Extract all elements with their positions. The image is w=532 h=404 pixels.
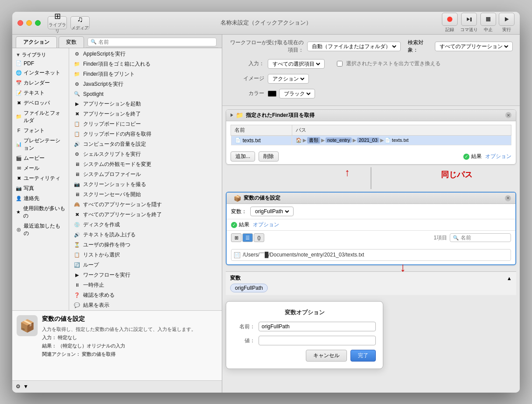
add-button[interactable]: 追加... xyxy=(231,151,255,162)
action-screensaver[interactable]: 🖥スクリーンセーバを開始 xyxy=(69,190,222,200)
var-label: 変数： xyxy=(231,208,247,215)
item-count: 1項目 xyxy=(434,234,447,242)
step-button[interactable] xyxy=(461,13,477,26)
gear-icon[interactable]: ⚙ xyxy=(16,383,21,390)
action-loop[interactable]: 🔄ループ xyxy=(69,260,222,270)
action-quit-all[interactable]: ✖すべてのアプリケーションを終了 xyxy=(69,210,222,220)
maximize-button[interactable] xyxy=(35,20,41,26)
sidebar-item-utility[interactable]: ✖ユーティリティ xyxy=(12,173,69,183)
action-sys-profile[interactable]: 🖥システムプロファイール xyxy=(69,169,222,179)
action-screenshot[interactable]: 📷スクリーンショットを撮る xyxy=(69,179,222,190)
svg-text:📦: 📦 xyxy=(20,319,35,333)
var-options-value-input[interactable] xyxy=(259,336,376,345)
input-dropdown[interactable]: すべての選択項目 xyxy=(271,60,322,67)
var-search-input[interactable] xyxy=(461,235,508,241)
options-label[interactable]: オプション xyxy=(485,153,511,160)
cancel-button[interactable]: キャンセル xyxy=(306,350,347,362)
action-trash[interactable]: 📁Finder項目をゴミ箱に入れる xyxy=(69,59,222,69)
grid-view-btn[interactable]: ⊞ xyxy=(231,233,242,242)
input-select[interactable]: すべての選択項目 xyxy=(268,59,325,69)
action-wait[interactable]: ⏳ユーザの操作を待つ xyxy=(69,240,222,250)
action-applescript[interactable]: ⚙AppleScriptを実行 xyxy=(69,49,222,59)
action-run-wf[interactable]: ▶ワークフローを実行 xyxy=(69,270,222,280)
action-shell[interactable]: ⚙シェルスクリプトを実行 xyxy=(69,149,222,159)
search-target-label: 検索対象： xyxy=(408,39,430,54)
sidebar-item-dev[interactable]: ✖デベロッパ xyxy=(12,98,69,108)
action-create-disk[interactable]: 💿ディスクを作成 xyxy=(69,220,222,230)
tab-variables[interactable]: 変数 xyxy=(59,36,84,48)
sidebar-item-calendar[interactable]: 📅カレンダー xyxy=(12,78,69,88)
delete-button[interactable]: 削除 xyxy=(259,151,279,162)
var-options-value-row: 値： xyxy=(233,336,376,345)
done-button[interactable]: 完了 xyxy=(350,350,376,362)
sidebar-item-photos[interactable]: 📷写真 xyxy=(12,183,69,193)
finder-block-close[interactable]: ✕ xyxy=(505,112,511,118)
var-row: 変数： origFullPath xyxy=(227,204,515,219)
action-appearance[interactable]: 🖥システムの外観モードを変更 xyxy=(69,159,222,169)
sidebar-item-recent[interactable]: ◎最近追加したもの xyxy=(12,221,69,239)
action-confirm[interactable]: ❓確認を求める xyxy=(69,290,222,300)
action-show-result[interactable]: 💬結果を表示 xyxy=(69,300,222,310)
image-select[interactable]: アクション xyxy=(268,74,309,84)
collapse-icon[interactable] xyxy=(231,113,233,117)
record-dot xyxy=(447,17,452,22)
close-button[interactable] xyxy=(18,20,23,26)
receives-select[interactable]: 自動（ファイルまたはフォルダ） xyxy=(307,42,401,51)
receives-dropdown[interactable]: 自動（ファイルまたはフォルダ） xyxy=(310,43,398,50)
search-target-select[interactable]: すべてのアプリケーション xyxy=(435,42,513,51)
action-launch-app[interactable]: ▶アプリケーションを起動 xyxy=(69,99,222,109)
action-print[interactable]: 📁Finder項目をプリント xyxy=(69,69,222,79)
tab-action[interactable]: アクション xyxy=(16,36,57,48)
search-input[interactable] xyxy=(98,39,214,45)
var-options-name-input[interactable] xyxy=(259,322,376,331)
code-view-btn[interactable]: {} xyxy=(254,233,264,242)
gear-bar: ⚙ ▼ xyxy=(12,380,222,393)
run-button[interactable] xyxy=(499,13,514,26)
media-button[interactable]: ♫ メディア xyxy=(70,16,90,29)
var-item[interactable]: 📄 /Users/￣█/Documents/note_entry/2021_03… xyxy=(231,249,511,261)
action-spotlight[interactable]: 🔍Spotlight xyxy=(69,89,222,99)
options-label-2[interactable]: オプション xyxy=(253,221,279,228)
minimize-button[interactable] xyxy=(26,20,32,26)
action-pause[interactable]: ⏸一時停止 xyxy=(69,280,222,290)
action-set-volume[interactable]: 🔊コンピュータの音量を設定 xyxy=(69,139,222,149)
var-block-close[interactable]: ✕ xyxy=(505,195,511,201)
action-get-clipboard[interactable]: 📋クリップボードの内容を取得 xyxy=(69,129,222,139)
action-hide-all[interactable]: 🙈すべてのアプリケーションを隠す xyxy=(69,200,222,210)
var-tag[interactable]: origFullPath xyxy=(230,284,268,292)
stop-button[interactable] xyxy=(480,13,496,26)
table-row[interactable]: 📄 texts.txt 🏠 ▶ 書類 ▶ xyxy=(231,135,511,145)
action-choose-list[interactable]: 📋リストから選択 xyxy=(69,250,222,260)
sidebar-item-text[interactable]: 📝テキスト xyxy=(12,88,69,98)
action-quit-app[interactable]: ✖アプリケーションを終了 xyxy=(69,109,222,119)
color-dropdown[interactable]: ブラック xyxy=(282,90,312,97)
search-target-dropdown[interactable]: すべてのアプリケーション xyxy=(438,43,510,50)
var-dropdown[interactable]: origFullPath xyxy=(253,208,290,215)
record-button[interactable] xyxy=(442,13,458,26)
chevron-down-icon[interactable]: ▼ xyxy=(23,383,28,390)
library-button[interactable]: ⊞ ライブラリ xyxy=(48,16,67,29)
sidebar-item-presentation[interactable]: 📊プレゼンテーション xyxy=(12,136,69,153)
result-label: 結果 xyxy=(471,153,482,160)
replace-text-checkbox[interactable] xyxy=(337,61,343,67)
vars-chevron[interactable]: ▲ xyxy=(507,275,512,281)
sidebar-item-contacts[interactable]: 👤連絡先 xyxy=(12,193,69,204)
action-javascript[interactable]: ⚙JavaScriptを実行 xyxy=(69,79,222,89)
sidebar-item-fonts[interactable]: Fフォント xyxy=(12,126,69,136)
sidebar-item-files[interactable]: 📁ファイルとフォルダ xyxy=(12,108,69,126)
action-speech[interactable]: 🔊テキストを読み上げる xyxy=(69,230,222,240)
color-select[interactable]: ブラック xyxy=(279,89,315,98)
sidebar-group-library: ▼ ライブラリ xyxy=(12,50,69,59)
sidebar-item-pdf[interactable]: 📄PDF xyxy=(12,59,69,68)
sidebar-item-internet[interactable]: 🌐インターネット xyxy=(12,68,69,78)
list-view-btn[interactable]: ☰ xyxy=(242,233,253,242)
sidebar-item-movie[interactable]: 🎬ムービー xyxy=(12,153,69,163)
sidebar-item-frequent[interactable]: ★使用回数が多いもの xyxy=(12,204,69,221)
var-items: 📄 /Users/￣█/Documents/note_entry/2021_03… xyxy=(227,245,515,264)
stop-label: 中止 xyxy=(484,27,493,33)
action-copy-clipboard[interactable]: 📋クリップボードにコピー xyxy=(69,119,222,129)
workflow-row-input: 入力： すべての選択項目 選択されたテキストを出力で置き換える xyxy=(229,59,513,69)
var-select[interactable]: origFullPath xyxy=(250,207,294,216)
sidebar-item-mail[interactable]: ✉メール xyxy=(12,163,69,173)
image-dropdown[interactable]: アクション xyxy=(271,75,306,82)
